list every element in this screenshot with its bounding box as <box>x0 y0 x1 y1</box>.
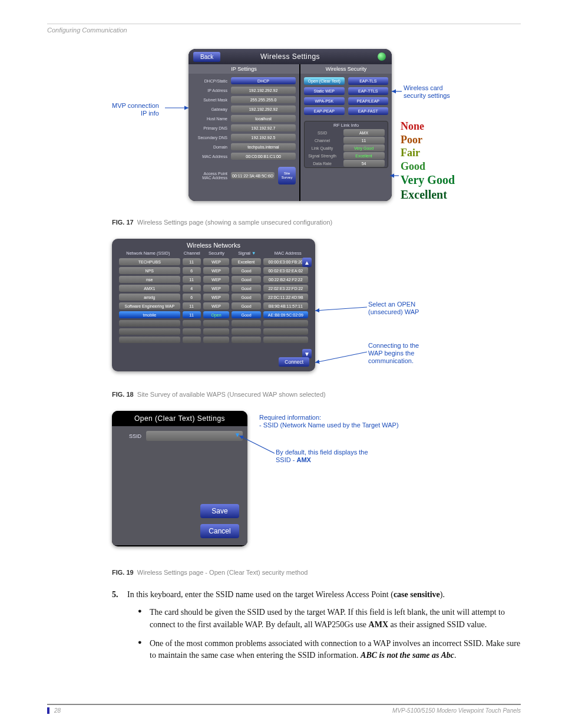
security-open-button[interactable]: Open (Clear Text) <box>304 77 344 85</box>
cell-security: WEP <box>203 258 230 265</box>
rf-lq-label: Link Quality <box>305 144 340 152</box>
security-static-wep-button[interactable]: Static WEP <box>304 87 344 95</box>
scale-excellent: Excellent <box>401 187 455 202</box>
pdns-field[interactable]: 192.192.92.7 <box>231 124 296 131</box>
security-peap-leap-button[interactable]: PEAP/LEAP <box>348 97 388 105</box>
back-button[interactable]: Back <box>193 52 220 62</box>
rf-dr-value: 54 <box>343 160 385 167</box>
dhcp-label: DHCP/Static <box>192 79 227 83</box>
sdns-field[interactable]: 192.192.92.5 <box>231 134 296 141</box>
cell-channel: 11 <box>183 302 201 309</box>
scale-none: None <box>401 120 455 133</box>
cell-mac: AE:B8:09:5C:02:09 <box>263 311 308 318</box>
security-wpa-psk-button[interactable]: WPA-PSK <box>304 97 344 105</box>
cell-mac: 22:0C:11:22:4D:9B <box>263 294 308 301</box>
signal-scale-list: None Poor Fair Good Very Good Excellent <box>401 120 455 202</box>
ip-field[interactable]: 192.192.292.92 <box>231 87 296 94</box>
callout-select-open-wap: Select an OPEN(unsecured) WAP <box>368 301 419 316</box>
wireless-networks-panel: Wireless Networks Network Name (SSID) Ch… <box>112 239 315 371</box>
mask-field[interactable]: 255.255.255.0 <box>231 96 296 103</box>
table-row[interactable]: NPS6WEPGood00:02:E3:02:EA:02 <box>115 267 312 274</box>
col-mac: MAC Address <box>264 251 312 256</box>
col-signal[interactable]: Signal ▼ <box>232 251 262 256</box>
cell-ssid: AMX1 <box>119 285 180 292</box>
svg-line-4 <box>315 352 367 363</box>
page-number: 28 <box>47 707 61 714</box>
cell-security: WEP <box>203 302 230 309</box>
cell-mac: 22:02:E3:22:FD:22 <box>263 285 308 292</box>
cancel-button[interactable]: Cancel <box>200 524 239 538</box>
cell-security: Open <box>203 311 230 318</box>
security-eap-fast-button[interactable]: EAP-FAST <box>348 107 388 115</box>
security-eap-peap-button[interactable]: EAP-PEAP <box>304 107 344 115</box>
table-row[interactable]: AMX14WEPGood22:02:E3:22:FD:22 <box>115 285 312 292</box>
cell-channel: 11 <box>183 311 201 318</box>
gw-field[interactable]: 192.192.292.92 <box>231 106 296 113</box>
cell-mac: B8:90:4B:11:57:11 <box>263 302 308 309</box>
rf-channel-value: 11 <box>343 137 385 144</box>
cell-signal: Good <box>232 294 260 301</box>
mac-field: 00:C0:00:B1:C1:00 <box>231 153 296 160</box>
rf-lq-value: Very Good <box>343 144 385 151</box>
ap-mac-label: Access Point MAC Address <box>192 172 227 180</box>
sort-desc-icon: ▼ <box>252 251 256 256</box>
body-text: 5. In this keyboard, enter the SSID name… <box>112 589 521 661</box>
callout-connecting: Connecting to the WAP begins the communi… <box>368 342 419 365</box>
scale-verygood: Very Good <box>401 173 455 187</box>
table-row[interactable]: TECHPUBS11WEPExcellent00:00:E3:00:FB:20 <box>115 258 312 265</box>
cell-signal: Good <box>232 267 260 274</box>
cell-signal: Excellent <box>232 258 260 265</box>
domain-field[interactable]: techpubs.internal <box>231 143 296 150</box>
cell-signal: Good <box>232 276 260 283</box>
security-eap-ttls-button[interactable]: EAP-TTLS <box>348 87 388 95</box>
host-field[interactable]: localhost <box>231 115 296 122</box>
step-number: 5. <box>112 589 123 601</box>
mac-label: MAC Address <box>192 154 227 159</box>
cell-channel: 4 <box>183 285 201 292</box>
cell-channel: 6 <box>183 294 201 301</box>
mask-label: Subnet Mask <box>192 98 227 102</box>
cell-signal: Good <box>232 302 260 309</box>
rf-link-info-box: RF Link Info SSIDAMX Channel11 Link Qual… <box>304 121 388 168</box>
security-eap-tls-button[interactable]: EAP-TLS <box>348 77 388 85</box>
cell-signal: Good <box>232 311 260 318</box>
status-led-icon <box>378 52 386 61</box>
pdns-label: Primary DNS <box>192 126 227 130</box>
figure-18-caption: FIG. 18 Site Survey of available WAPS (U… <box>112 391 521 398</box>
cell-security: WEP <box>203 276 230 283</box>
clear-text-panel: Open (Clear Text) Settings SSID Save Can… <box>112 411 247 546</box>
dhcp-button[interactable]: DHCP <box>231 77 296 84</box>
cell-ssid: NPS <box>119 267 180 274</box>
table-row[interactable]: Software Engineering WAP11WEPGoodB8:90:4… <box>115 302 312 309</box>
wireless-security-section: Wireless Security Open (Clear Text) EAP-… <box>299 64 392 201</box>
figure-17: Back Wireless Settings IP Settings DHCP/… <box>47 49 521 214</box>
cell-ssid: Software Engineering WAP <box>119 302 180 309</box>
site-survey-button[interactable]: Site Survey <box>278 167 296 185</box>
figure-19: Open (Clear Text) Settings SSID Save Can… <box>47 411 521 564</box>
cell-ssid: tmobile <box>119 311 180 318</box>
ip-settings-section: IP Settings DHCP/StaticDHCP IP Address19… <box>189 64 299 201</box>
sdns-label: Secondary DNS <box>192 136 227 140</box>
rf-link-header: RF Link Info <box>305 121 388 129</box>
panel-title: Wireless Settings <box>260 52 320 61</box>
bullet-1: The card should be given the SSID used b… <box>138 607 521 631</box>
table-row[interactable]: nse11WEPGood00:22:B2:42:F2:22 <box>115 276 312 283</box>
save-button[interactable]: Save <box>200 504 239 518</box>
table-row[interactable]: tmobile11OpenGoodAE:B8:09:5C:02:09 <box>115 311 312 318</box>
step-text: In this keyboard, enter the SSID name us… <box>127 589 445 601</box>
host-label: Host Name <box>192 117 227 121</box>
bullet-2: One of the most common problems associat… <box>138 638 521 662</box>
svg-line-3 <box>315 307 367 311</box>
figure-17-caption: FIG. 17 Wireless Settings page (showing … <box>112 219 521 226</box>
table-row[interactable]: amxtg6WEPGood22:0C:11:22:4D:9B <box>115 294 312 301</box>
connect-button[interactable]: Connect <box>279 357 309 367</box>
table-row-empty <box>115 328 312 335</box>
figure-18: Wireless Networks Network Name (SSID) Ch… <box>47 239 521 386</box>
scroll-up-button[interactable]: ▲ <box>302 258 312 267</box>
cell-ssid: amxtg <box>119 294 180 301</box>
cell-mac: 00:02:E3:02:EA:02 <box>263 267 308 274</box>
rf-ss-value: Excellent <box>343 152 385 159</box>
rf-dr-label: Data Rate <box>305 160 340 167</box>
ssid-input[interactable] <box>146 431 243 441</box>
wn-table-header: Network Name (SSID) Channel Security Sig… <box>112 251 315 256</box>
